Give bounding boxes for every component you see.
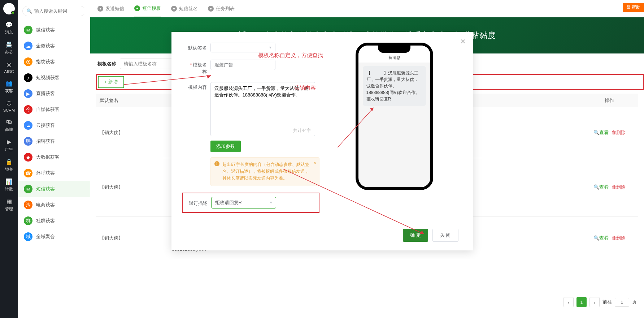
rail-item-管理[interactable]: ▦管理	[0, 195, 18, 215]
rail-item-商城[interactable]: 🛍商城	[0, 115, 18, 135]
page-next[interactable]: ›	[589, 297, 600, 307]
sidebar-item-社群获客[interactable]: 群社群获客	[18, 213, 90, 229]
sidebar-label: 全域聚合	[36, 233, 55, 240]
sms-bubble: 【 】汉服服装源头工厂，一手货源，量大从优，诚邀合作伙伴。188888888(同…	[363, 66, 426, 106]
search-icon: 🔍	[26, 8, 32, 14]
delete-link[interactable]: 🗑删除	[612, 184, 626, 190]
rail-label: 获客	[5, 88, 13, 94]
delete-link[interactable]: 🗑删除	[612, 235, 626, 241]
page-input[interactable]	[615, 298, 629, 307]
rail-item-SCRM[interactable]: ⬡SCRM	[0, 96, 18, 115]
unsub-select[interactable]: 拒收请回复R ▾	[211, 197, 276, 209]
sidebar-item-全域聚合[interactable]: 域全域聚合	[18, 229, 90, 245]
rail-label: SCRM	[3, 108, 15, 112]
tab-任务列表[interactable]: ●任务列表	[208, 0, 235, 17]
sidebar-label: 自媒体获客	[36, 106, 60, 113]
view-link[interactable]: 🔍查看	[593, 235, 609, 241]
rail-label: 办公	[5, 50, 13, 55]
rail-item-锁客[interactable]: 🔒锁客	[0, 155, 18, 175]
rail-icon: ▶	[5, 138, 13, 145]
delete-link[interactable]: 🗑删除	[612, 130, 626, 135]
sidebar-item-云搜获客[interactable]: ☁云搜获客	[18, 117, 90, 133]
sidebar-item-电商获客[interactable]: 淘电商获客	[18, 197, 90, 213]
th-2: 操作	[580, 94, 638, 107]
sidebar-item-大数据获客[interactable]: ◆大数据获客	[18, 149, 90, 165]
sidebar-icon: ☎	[24, 169, 32, 177]
page-current[interactable]: 1	[576, 297, 587, 307]
tabs: ●发送短信●短信模板●短信签名●任务列表 🖶 帮助	[90, 0, 644, 17]
rail-item-AIGC[interactable]: ◎AIGC	[0, 58, 18, 77]
sidebar-label: 大数据获客	[36, 154, 60, 160]
rail-label: AIGC	[4, 69, 14, 74]
rail-item-计数[interactable]: 📊计数	[0, 175, 18, 195]
tab-icon: ●	[134, 5, 140, 11]
modal: ✕ 默认签名 ▾	[171, 32, 473, 250]
name-input[interactable]	[210, 60, 275, 70]
page-unit: 页	[632, 299, 637, 305]
pager: ‹ 1 › 前往 页	[564, 297, 637, 307]
help-button[interactable]: 🖶 帮助	[623, 3, 644, 12]
view-link[interactable]: 🔍查看	[593, 130, 609, 135]
cell-sig: 【销大侠】	[96, 107, 168, 158]
tab-icon: ●	[171, 6, 177, 12]
sidebar-item-自媒体获客[interactable]: 今自媒体获客	[18, 102, 90, 117]
tab-label: 任务列表	[216, 5, 235, 12]
char-count: 共计44字	[293, 128, 311, 134]
tab-发送短信[interactable]: ●发送短信	[97, 0, 124, 17]
search-box[interactable]: 🔍	[22, 6, 86, 16]
sidebar-item-直播获客[interactable]: ▶直播获客	[18, 86, 90, 102]
rail-icon: 🛍	[5, 118, 13, 125]
sidebar-item-短视频获客[interactable]: ♪短视频获客	[18, 70, 90, 86]
close-icon[interactable]: ✕	[460, 38, 466, 46]
sidebar-label: 云搜获客	[36, 122, 55, 129]
sidebar-item-招聘获客[interactable]: 聘招聘获客	[18, 133, 90, 149]
tab-icon: ●	[208, 6, 214, 12]
sidebar-item-外呼获客[interactable]: ☎外呼获客	[18, 165, 90, 181]
rail-label: 商城	[5, 127, 13, 132]
sidebar-label: 指纹获客	[36, 59, 55, 65]
sidebar-icon: ⦿	[24, 57, 32, 66]
sidebar-item-企微获客[interactable]: ☁企微获客	[18, 38, 90, 54]
sidebar-item-微信获客[interactable]: ✉微信获客	[18, 22, 90, 38]
sidebar-icon: ▶	[24, 89, 32, 98]
chevron-down-icon: ▾	[269, 45, 271, 50]
tab-label: 发送短信	[105, 5, 124, 12]
warning-close-icon[interactable]: ×	[313, 160, 316, 167]
tab-短信模板[interactable]: ●短信模板	[134, 0, 161, 17]
page-prev[interactable]: ‹	[564, 297, 574, 307]
content-textarea[interactable]: 汉服服装源头工厂，一手货源，量大从优，诚邀合作伙伴。188888888(同V)欢…	[214, 85, 311, 129]
phone-notch	[378, 46, 410, 53]
sidebar-label: 企微获客	[36, 43, 55, 49]
ok-button[interactable]: 确 定	[403, 229, 428, 242]
goto-label: 前往	[602, 299, 612, 305]
avatar[interactable]	[3, 3, 15, 14]
rail-item-办公[interactable]: 📇办公	[0, 38, 18, 58]
sidebar-icon: ♪	[24, 73, 32, 82]
sidebar-icon: ☁	[24, 121, 32, 130]
add-button[interactable]: + 新增	[98, 76, 124, 88]
sidebar-label: 社群获客	[36, 218, 55, 224]
tab-icon: ●	[97, 6, 103, 12]
view-link[interactable]: 🔍查看	[593, 184, 609, 190]
rail-icon: 📇	[5, 41, 13, 48]
sig-select[interactable]: ▾	[210, 43, 275, 52]
tab-短信签名[interactable]: ●短信签名	[171, 0, 198, 17]
sidebar-label: 电商获客	[36, 202, 55, 208]
warning-icon: !	[214, 161, 219, 166]
sidebar-item-短信获客[interactable]: ✉短信获客	[18, 181, 90, 197]
rail-item-广告[interactable]: ▶广告	[0, 135, 18, 155]
rail-icon: ▦	[5, 198, 13, 205]
cell-ops: 🔍查看🗑删除	[580, 158, 638, 216]
rail-item-获客[interactable]: 👥获客	[0, 77, 18, 96]
cell-ops: 🔍查看🗑删除	[580, 107, 638, 158]
cell-sig: 【销大侠】	[96, 216, 168, 260]
sidebar-label: 直播获客	[36, 90, 55, 97]
search-input[interactable]	[34, 8, 95, 14]
phone-mockup: 新消息 【 】汉服服装源头工厂，一手货源，量大从优，诚邀合作伙伴。1888888…	[356, 43, 433, 190]
unsub-label: 退订描述	[187, 199, 211, 207]
filter-label: 模板名称	[97, 61, 116, 67]
add-param-button[interactable]: 添加参数	[210, 141, 241, 152]
sidebar-item-指纹获客[interactable]: ⦿指纹获客	[18, 54, 90, 70]
cancel-button[interactable]: 关 闭	[432, 229, 458, 242]
rail-item-消息[interactable]: 💬消息	[0, 18, 18, 38]
